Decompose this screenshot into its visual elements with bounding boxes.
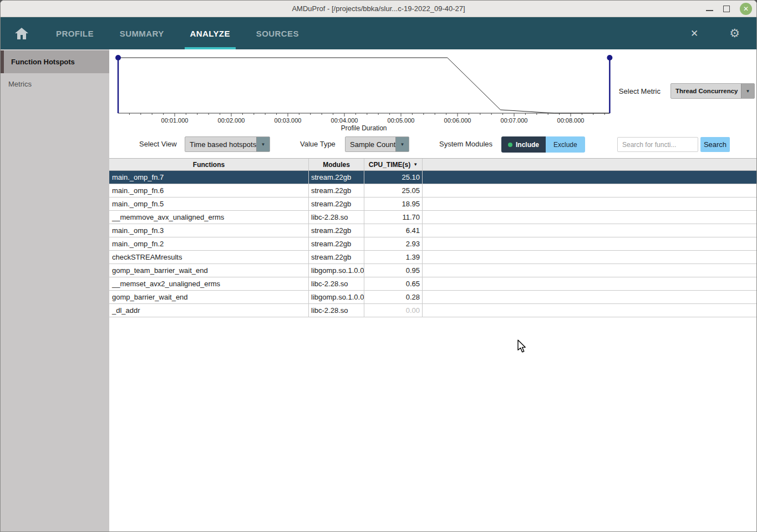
- cell-cpu-time: 25.10: [364, 171, 423, 184]
- sort-desc-icon: ▼: [413, 162, 418, 167]
- home-icon: [15, 28, 28, 39]
- window-title: AMDuProf - [/projects/bbka/slur...c-19-2…: [292, 4, 465, 13]
- cell-cpu-time: 0.65: [364, 277, 423, 290]
- cell-module: libc-2.28.so: [309, 211, 364, 224]
- titlebar: AMDuProf - [/projects/bbka/slur...c-19-2…: [1, 1, 756, 17]
- include-toggle-button[interactable]: Include: [501, 136, 546, 153]
- cell-function: main._omp_fn.2: [109, 237, 309, 250]
- cell-function: main._omp_fn.5: [109, 197, 309, 210]
- cell-module: libc-2.28.so: [309, 277, 364, 290]
- cell-cpu-time: 11.70: [364, 211, 423, 224]
- table-header-row: Functions Modules CPU_TIME(s) ▼: [109, 158, 757, 171]
- table-row[interactable]: checkSTREAMresultsstream.22gb1.39: [109, 251, 757, 264]
- cell-cpu-time: 0.00: [364, 304, 423, 317]
- cell-module: libgomp.so.1.0.0: [309, 291, 364, 303]
- cell-module: stream.22gb: [309, 237, 364, 250]
- table-row[interactable]: __memmove_avx_unaligned_ermslibc-2.28.so…: [109, 211, 757, 224]
- cell-function: _dl_addr: [109, 304, 309, 317]
- cell-function: main._omp_fn.7: [109, 171, 309, 184]
- svg-text:00:08.000: 00:08.000: [557, 117, 585, 124]
- cell-filler: [423, 184, 757, 197]
- table-row[interactable]: __memset_avx2_unaligned_ermslibc-2.28.so…: [109, 277, 757, 291]
- cell-cpu-time: 0.28: [364, 291, 423, 303]
- tab-profile[interactable]: PROFILE: [50, 17, 99, 49]
- table-row[interactable]: gomp_team_barrier_wait_endlibgomp.so.1.0…: [109, 264, 757, 277]
- cell-function: gomp_team_barrier_wait_end: [109, 264, 309, 277]
- cell-module: libc-2.28.so: [309, 304, 364, 317]
- tab-home[interactable]: [15, 17, 28, 49]
- cell-filler: [423, 237, 757, 250]
- table-row[interactable]: main._omp_fn.2stream.22gb2.93: [109, 237, 757, 251]
- cell-function: gomp_barrier_wait_end: [109, 291, 309, 303]
- column-header-functions[interactable]: Functions: [109, 159, 309, 170]
- value-type-value: Sample Count: [346, 140, 395, 149]
- svg-text:00:01.000: 00:01.000: [161, 117, 189, 124]
- minimize-button[interactable]: [706, 4, 713, 11]
- include-active-dot-icon: [508, 143, 512, 147]
- cell-filler: [423, 277, 757, 290]
- settings-gear-icon[interactable]: ⚙: [729, 27, 740, 40]
- table-row[interactable]: main._omp_fn.5stream.22gb18.95: [109, 197, 757, 211]
- table-row[interactable]: main._omp_fn.3stream.22gb6.41: [109, 224, 757, 237]
- tab-sources[interactable]: SOURCES: [251, 17, 304, 49]
- value-type-label: Value Type: [300, 140, 336, 148]
- tab-analyze[interactable]: ANALYZE: [185, 17, 236, 49]
- cell-filler: [423, 251, 757, 264]
- tab-summary[interactable]: SUMMARY: [114, 17, 170, 49]
- close-session-icon[interactable]: ✕: [690, 28, 698, 39]
- svg-text:00:02.000: 00:02.000: [218, 117, 245, 124]
- cell-module: stream.22gb: [309, 197, 364, 210]
- svg-text:00:05.000: 00:05.000: [388, 117, 415, 124]
- value-type-dropdown[interactable]: Sample Count ▼: [345, 136, 409, 152]
- function-search-input[interactable]: [617, 137, 698, 152]
- table-row[interactable]: _dl_addrlibc-2.28.so0.00: [109, 304, 757, 317]
- metric-dropdown[interactable]: Thread Concurrency ▼: [670, 83, 755, 99]
- column-header-empty: [423, 159, 757, 170]
- search-button[interactable]: Search: [700, 137, 730, 152]
- cell-module: libgomp.so.1.0.0: [309, 264, 364, 277]
- hotspots-table: Functions Modules CPU_TIME(s) ▼ main._om…: [109, 158, 757, 317]
- chevron-down-icon: ▼: [395, 137, 409, 151]
- chevron-down-icon: ▼: [741, 84, 754, 98]
- cell-filler: [423, 171, 757, 184]
- sidebar-item-function-hotspots[interactable]: Function Hotspots: [1, 50, 109, 73]
- column-header-modules[interactable]: Modules: [309, 159, 364, 170]
- amduprof-window: AMDuProf - [/projects/bbka/slur...c-19-2…: [0, 0, 757, 532]
- select-metric-label: Select Metric: [619, 87, 661, 95]
- cell-function: main._omp_fn.6: [109, 184, 309, 197]
- cell-module: stream.22gb: [309, 171, 364, 184]
- cell-filler: [423, 304, 757, 317]
- table-row[interactable]: gomp_barrier_wait_endlibgomp.so.1.0.00.2…: [109, 291, 757, 304]
- cell-cpu-time: 1.39: [364, 251, 423, 264]
- maximize-button[interactable]: [723, 6, 730, 12]
- svg-text:00:07.000: 00:07.000: [501, 117, 528, 124]
- cell-cpu-time: 25.05: [364, 184, 423, 197]
- cell-filler: [423, 211, 757, 224]
- svg-text:00:04.000: 00:04.000: [331, 117, 358, 124]
- select-view-label: Select View: [139, 140, 177, 148]
- sidebar: Function Hotspots Metrics: [1, 49, 109, 532]
- system-modules-toggle: Include Exclude: [501, 136, 585, 153]
- navbar-actions: ✕ ⚙: [690, 17, 756, 49]
- main-content: 00:01.00000:02.00000:03.00000:04.00000:0…: [109, 49, 756, 532]
- svg-text:00:06.000: 00:06.000: [444, 117, 471, 124]
- navbar: PROFILE SUMMARY ANALYZE SOURCES ✕ ⚙: [1, 17, 756, 49]
- cell-filler: [423, 224, 757, 237]
- sidebar-item-metrics[interactable]: Metrics: [1, 73, 109, 95]
- table-row[interactable]: main._omp_fn.7stream.22gb25.10: [109, 171, 757, 184]
- cell-module: stream.22gb: [309, 251, 364, 264]
- exclude-toggle-button[interactable]: Exclude: [546, 136, 585, 153]
- cell-filler: [423, 291, 757, 303]
- include-label: Include: [516, 141, 539, 149]
- svg-text:00:03.000: 00:03.000: [275, 117, 302, 124]
- column-header-cpu-time[interactable]: CPU_TIME(s) ▼: [364, 159, 423, 170]
- select-view-value: Time based hotspots: [185, 140, 256, 149]
- close-button[interactable]: ✕: [740, 3, 752, 15]
- select-view-dropdown[interactable]: Time based hotspots ▼: [185, 136, 270, 152]
- cell-cpu-time: 2.93: [364, 237, 423, 250]
- cell-cpu-time: 18.95: [364, 197, 423, 210]
- table-row[interactable]: main._omp_fn.6stream.22gb25.05: [109, 184, 757, 197]
- system-modules-label: System Modules: [439, 140, 492, 148]
- exclude-label: Exclude: [553, 141, 577, 149]
- cell-function: main._omp_fn.3: [109, 224, 309, 237]
